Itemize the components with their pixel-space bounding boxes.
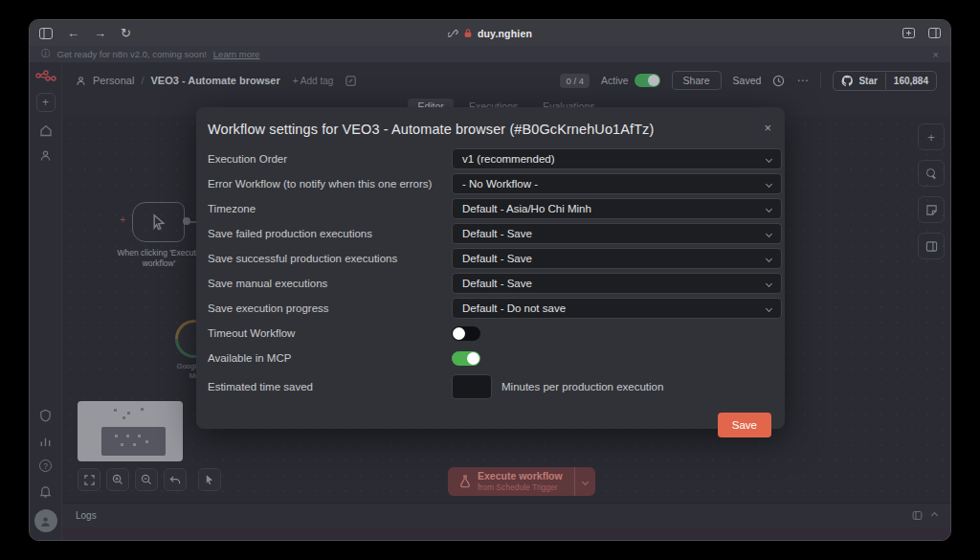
breadcrumb-separator: /	[141, 75, 144, 86]
learn-more-link[interactable]: Learn more	[213, 49, 260, 59]
reload-icon[interactable]: ↻	[121, 27, 131, 39]
manual-trigger-node[interactable]	[132, 202, 185, 242]
templates-icon[interactable]	[39, 409, 52, 422]
search-button[interactable]	[918, 160, 945, 187]
setting-row: Save manual executions Default - Save	[208, 271, 771, 296]
flask-icon	[459, 475, 471, 488]
modal-close-icon[interactable]: ×	[764, 122, 771, 134]
setting-row: Estimated time saved Minutes per product…	[208, 370, 771, 403]
zoom-in-icon	[112, 474, 123, 485]
chevron-up-icon[interactable]	[931, 512, 938, 519]
banner-close-icon[interactable]: ×	[933, 49, 939, 60]
saved-status: Saved	[733, 75, 762, 86]
star-count: 160,884	[885, 73, 936, 89]
fit-view-button[interactable]	[78, 468, 100, 491]
url-text: duy.nghien	[478, 28, 532, 39]
toggle-panel-button[interactable]	[918, 233, 945, 259]
user-avatar[interactable]	[34, 509, 57, 532]
setting-row: Timezone Default - Asia/Ho Chi Minh	[208, 196, 771, 221]
connection-endpoint[interactable]	[183, 217, 190, 225]
save-button[interactable]: Save	[718, 413, 771, 437]
setting-label: Timezone	[208, 203, 452, 214]
estimated-time-saved-suffix: Minutes per production execution	[501, 381, 663, 392]
create-workflow-button[interactable]: +	[36, 93, 56, 112]
save-failed-executions-select[interactable]: Default - Save	[452, 223, 782, 244]
left-sidebar: + ?	[30, 62, 62, 540]
github-star-button[interactable]: Star 160,884	[833, 71, 937, 91]
announcement-banner: ⓘ Get ready for n8n v2.0, coming soon! L…	[30, 46, 950, 62]
desktop-background: ← → ↻ duy.nghien	[0, 0, 980, 560]
workflow-title[interactable]: VEO3 - Automate browser	[150, 75, 279, 86]
add-node-button[interactable]: +	[918, 123, 945, 150]
breadcrumb-project[interactable]: Personal	[93, 75, 134, 86]
execute-options-chevron[interactable]	[574, 467, 595, 496]
undo-button[interactable]	[164, 468, 187, 491]
n8n-logo-icon[interactable]	[35, 69, 56, 82]
back-icon[interactable]: ←	[67, 27, 79, 39]
timeout-workflow-toggle[interactable]	[452, 326, 480, 341]
cursor-icon	[150, 213, 167, 231]
canvas-controls	[78, 468, 221, 491]
chevron-down-icon	[766, 205, 772, 212]
timezone-select[interactable]: Default - Asia/Ho Chi Minh	[452, 198, 782, 219]
zoom-out-button[interactable]	[135, 468, 158, 491]
estimated-time-saved-input[interactable]	[452, 374, 492, 399]
zoom-in-button[interactable]	[106, 468, 129, 491]
forward-icon[interactable]: →	[94, 27, 106, 39]
setting-label: Timeout Workflow	[208, 327, 452, 339]
setting-label: Save execution progress	[208, 302, 452, 314]
node-input-plus-icon[interactable]: +	[120, 213, 125, 225]
sticky-note-button[interactable]	[918, 196, 945, 223]
project-icon	[76, 76, 86, 86]
setting-label: Save successful production executions	[208, 253, 452, 264]
chevron-down-icon	[766, 255, 772, 261]
github-icon	[841, 75, 854, 87]
error-workflow-select[interactable]: - No Workflow -	[452, 173, 782, 194]
link-icon	[448, 28, 458, 38]
more-menu-icon[interactable]: ⋯	[796, 74, 809, 87]
setting-label: Error Workflow (to notify when this one …	[208, 178, 452, 190]
notifications-bell-icon[interactable]	[39, 484, 52, 498]
chevron-down-icon	[582, 478, 589, 484]
issues-badge: 0 / 4	[560, 74, 590, 88]
fit-view-icon	[84, 475, 95, 485]
open-panel-icon[interactable]	[912, 510, 923, 521]
new-tab-icon[interactable]	[902, 28, 915, 38]
save-execution-progress-select[interactable]: Default - Do not save	[452, 298, 782, 319]
rename-icon[interactable]	[345, 76, 356, 86]
share-button[interactable]: Share	[672, 71, 722, 90]
logs-panel-header[interactable]: Logs	[62, 503, 950, 527]
personal-icon[interactable]	[39, 149, 52, 162]
save-manual-executions-select[interactable]: Default - Save	[452, 273, 782, 294]
minimap-viewport[interactable]	[101, 427, 166, 456]
setting-row: Timeout Workflow	[208, 321, 771, 346]
setting-row: Error Workflow (to notify when this one …	[208, 171, 771, 196]
save-successful-executions-select[interactable]: Default - Save	[452, 248, 782, 269]
execution-order-select[interactable]: v1 (recommended)	[452, 148, 782, 169]
breadcrumb: Personal / VEO3 - Automate browser + Add…	[76, 75, 356, 86]
setting-label: Save failed production executions	[208, 228, 452, 239]
lock-icon	[463, 28, 473, 38]
chevron-down-icon	[766, 304, 772, 311]
workflow-active-toggle[interactable]	[635, 74, 660, 87]
panel-icon	[925, 240, 938, 253]
canvas-minimap[interactable]	[78, 401, 183, 461]
address-bar[interactable]: duy.nghien	[385, 28, 595, 39]
help-icon[interactable]: ?	[39, 459, 52, 472]
home-icon[interactable]	[39, 124, 53, 137]
tab-overview-icon[interactable]	[928, 28, 941, 38]
sticky-note-icon	[925, 204, 938, 216]
history-icon[interactable]	[772, 75, 785, 87]
insights-icon[interactable]	[39, 435, 52, 447]
add-tag-button[interactable]: + Add tag	[293, 76, 334, 86]
setting-label: Execution Order	[208, 153, 452, 165]
execute-button-title: Execute workflow	[478, 470, 563, 482]
workflow-header: Personal / VEO3 - Automate browser + Add…	[62, 62, 950, 99]
browser-sidebar-icon[interactable]	[39, 28, 53, 39]
execute-workflow-button[interactable]: Execute workflow from Schedule Trigger	[448, 467, 595, 496]
setting-row: Save successful production executions De…	[208, 246, 771, 271]
pointer-tool-button[interactable]	[198, 468, 221, 491]
info-icon: ⓘ	[41, 48, 51, 60]
setting-row: Available in MCP	[208, 346, 771, 370]
available-in-mcp-toggle[interactable]	[452, 351, 480, 366]
